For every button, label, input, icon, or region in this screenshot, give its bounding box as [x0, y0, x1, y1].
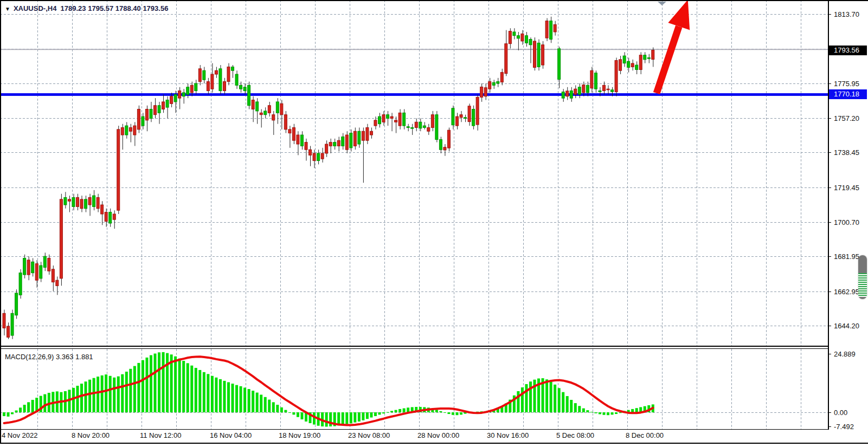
candle-body: [586, 85, 589, 93]
candle-body: [305, 142, 307, 150]
candle-body: [509, 31, 511, 44]
candle-body: [362, 131, 364, 140]
macd-bar: [31, 400, 34, 412]
macd-bar: [353, 412, 356, 423]
pane-divider-lower[interactable]: [0, 348, 828, 349]
candle-body: [88, 197, 91, 205]
candle-body: [562, 92, 564, 99]
candle-body: [80, 199, 83, 209]
macd-bar: [162, 352, 165, 412]
candle-body: [590, 70, 593, 88]
price-axis-label: 1700.70: [834, 218, 859, 226]
candle-body: [23, 258, 26, 275]
scrollbar-thumb[interactable]: [858, 255, 867, 299]
macd-bar: [166, 353, 169, 412]
macd-bar: [27, 402, 30, 412]
candle-body: [566, 91, 569, 96]
candle-body: [337, 140, 340, 146]
time-axis-label: 11 Nov 12:00: [140, 431, 181, 439]
candle-body: [500, 73, 503, 82]
macd-bar: [215, 378, 217, 412]
candle-body: [170, 96, 173, 104]
macd-bar: [137, 363, 140, 412]
candle-body: [607, 89, 609, 90]
candle-body: [309, 150, 312, 155]
macd-bar: [227, 382, 230, 412]
trend-arrow-head: [668, 0, 698, 30]
macd-bar: [521, 387, 524, 412]
candle-body: [260, 113, 262, 114]
candle-body: [276, 102, 279, 113]
horizontal-support-line[interactable]: [0, 93, 828, 96]
macd-bar: [219, 379, 222, 412]
macd-bar: [88, 380, 91, 412]
macd-bar: [342, 412, 344, 425]
macd-bottom-border: [0, 429, 828, 430]
macd-bar: [460, 412, 462, 414]
macd-bar: [602, 412, 605, 415]
trend-arrow-shaft: [653, 25, 683, 94]
macd-grid-layer: [0, 349, 828, 429]
candle-body: [256, 102, 259, 111]
candle-body: [56, 280, 59, 286]
macd-bar: [7, 412, 10, 417]
chart-shift-marker-icon[interactable]: [658, 2, 666, 5]
macd-bar: [443, 412, 446, 413]
ohlc-readout-text: XAUUSD-,H4 1789.23 1795.57 1788.40 1793.…: [14, 4, 168, 12]
candle-body: [133, 126, 136, 135]
macd-bar: [145, 358, 148, 412]
macd-bar: [76, 386, 79, 412]
candle-body: [117, 129, 120, 210]
candle-body: [619, 60, 622, 70]
candle-body: [635, 65, 638, 69]
price-axis-label: 1738.45: [834, 148, 859, 157]
macd-bar: [182, 361, 185, 412]
frame-left: [0, 0, 1, 444]
candle-body: [190, 85, 193, 93]
macd-indicator-pane[interactable]: [0, 349, 828, 429]
candle-body: [358, 131, 361, 144]
macd-bar: [370, 412, 372, 418]
candle-body: [513, 32, 516, 36]
price-axis-label: 1719.45: [834, 183, 859, 191]
macd-bar: [390, 411, 393, 412]
macd-bar: [362, 412, 364, 420]
candle-body: [101, 205, 104, 214]
candle-body: [333, 142, 336, 146]
time-axis-label: 4 Nov 2022: [2, 431, 38, 439]
ohlc-readout: ▼XAUUSD-,H4 1789.23 1795.57 1788.40 1793…: [5, 4, 168, 12]
scrollbar-thumb-bottom: [858, 297, 867, 299]
macd-bar: [203, 372, 205, 412]
candle-body: [455, 116, 458, 126]
macd-bar: [211, 376, 214, 412]
axis-right-border: [828, 0, 829, 430]
candle-body: [321, 153, 324, 159]
macd-bar: [207, 374, 209, 412]
price-chart-pane[interactable]: [0, 0, 828, 347]
candle-body: [187, 87, 189, 95]
macd-bar: [133, 366, 136, 412]
macd-bar: [554, 385, 556, 412]
symbol-dropdown-icon[interactable]: ▼: [5, 6, 10, 12]
time-axis-label: 23 Nov 08:00: [348, 431, 390, 439]
candle-body: [447, 130, 450, 148]
macd-bar: [300, 412, 303, 419]
macd-bar: [190, 366, 193, 412]
macd-indicator-label: MACD(12,26,9) 3.363 1.881: [5, 353, 93, 361]
candle-body: [219, 69, 222, 91]
candle-body: [545, 21, 548, 38]
macd-bar: [284, 410, 287, 412]
candle-body: [411, 127, 414, 128]
candle-wicks: [4, 17, 653, 339]
macd-bar: [125, 372, 128, 412]
candle-body: [203, 70, 205, 80]
macd-bar: [174, 357, 177, 412]
candle-body: [497, 82, 499, 83]
candle-body: [427, 127, 430, 131]
candle-body: [423, 126, 426, 127]
candle-body: [292, 127, 295, 140]
macd-bar: [260, 394, 262, 412]
candle-body: [505, 44, 507, 74]
macd-bar: [358, 412, 361, 422]
macd-bar: [374, 412, 377, 416]
